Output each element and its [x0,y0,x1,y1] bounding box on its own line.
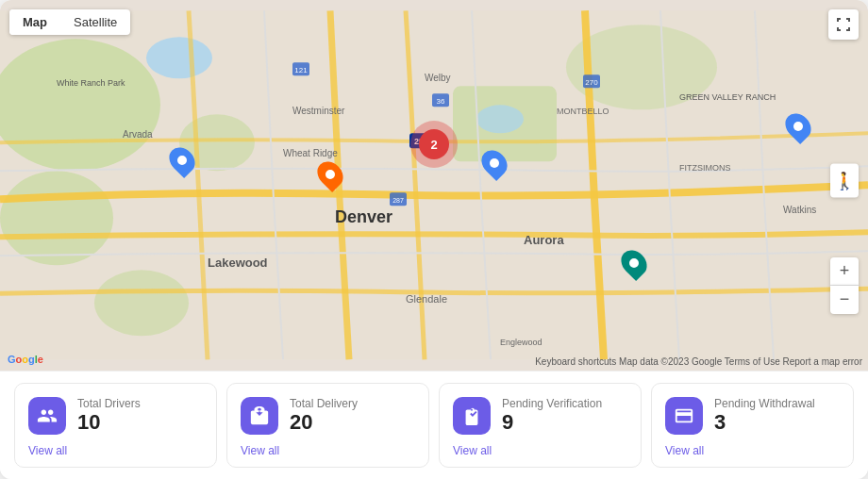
zoom-controls: + − [830,257,859,314]
svg-text:Aurora: Aurora [524,233,564,247]
stat-info-delivery: Total Delivery 20 [290,397,358,435]
map-marker-3[interactable] [319,160,342,189]
delivery-icon [249,405,270,426]
withdrawal-value: 3 [714,410,815,435]
svg-text:287: 287 [392,197,404,204]
svg-text:Welby: Welby [425,73,451,83]
map-attribution: Keyboard shortcuts Map data ©2023 Google… [535,356,862,367]
delivery-label: Total Delivery [290,397,358,410]
drivers-view-all[interactable]: View all [28,444,201,457]
map-marker-2[interactable] [483,149,506,177]
svg-text:270: 270 [585,78,598,87]
stat-info-withdrawal: Pending Withdrawal 3 [714,397,815,435]
fullscreen-button[interactable] [828,9,859,40]
stat-card-verification: Pending Verification 9 View all [439,383,642,468]
svg-text:Arvada: Arvada [123,129,153,140]
map-tab[interactable]: Map [9,9,60,35]
google-logo: Google [8,354,43,365]
stat-card-withdrawal: Pending Withdrawal 3 View all [651,383,854,468]
svg-text:Watkins: Watkins [783,205,816,215]
stats-row: Total Drivers 10 View all Total Delivery… [0,371,868,479]
verification-label: Pending Verification [502,397,602,410]
svg-text:White Ranch Park: White Ranch Park [57,78,125,88]
drivers-icon-bg [28,397,66,435]
stat-top-verification: Pending Verification 9 [453,397,626,435]
stat-top-drivers: Total Drivers 10 [28,397,201,435]
svg-point-3 [94,270,189,336]
drivers-value: 10 [77,410,141,435]
map-marker-4[interactable] [623,249,645,277]
delivery-view-all[interactable]: View all [241,444,413,457]
zoom-in-button[interactable]: + [830,257,859,286]
svg-text:MONTBELLO: MONTBELLO [557,107,609,116]
streetview-button[interactable]: 🚶 [830,164,859,198]
svg-text:36: 36 [437,97,445,106]
delivery-value: 20 [290,410,358,435]
verification-view-all[interactable]: View all [453,444,626,457]
map-marker-1[interactable] [171,146,193,174]
svg-text:Denver: Denver [335,207,392,226]
stat-card-delivery: Total Delivery 20 View all [226,383,429,468]
svg-text:GREEN VALLEY RANCH: GREEN VALLEY RANCH [679,92,776,102]
drivers-label: Total Drivers [77,397,141,410]
map-container: Denver Lakewood Aurora Glendale Arvada W… [0,0,868,371]
svg-text:Westminster: Westminster [292,106,345,116]
svg-text:Englewood: Englewood [500,338,542,347]
verification-icon-bg [453,397,491,435]
stat-card-drivers: Total Drivers 10 View all [14,383,217,468]
svg-point-8 [476,105,524,133]
map-toggle[interactable]: Map Satellite [9,9,130,35]
app-container: Denver Lakewood Aurora Glendale Arvada W… [0,0,868,479]
stat-info-verification: Pending Verification 9 [502,397,602,435]
stat-top-delivery: Total Delivery 20 [241,397,413,435]
svg-text:FITZSIMONS: FITZSIMONS [679,163,731,173]
svg-text:121: 121 [294,66,308,74]
svg-point-2 [0,171,113,265]
svg-text:Wheat Ridge: Wheat Ridge [283,148,338,158]
svg-text:Lakewood: Lakewood [208,256,268,270]
withdrawal-view-all[interactable]: View all [665,444,838,457]
svg-point-7 [146,37,212,78]
map-background: Denver Lakewood Aurora Glendale Arvada W… [0,0,868,371]
drivers-icon [37,405,58,426]
stat-info-drivers: Total Drivers 10 [77,397,141,435]
svg-text:Glendale: Glendale [406,293,447,305]
delivery-icon-bg [241,397,278,435]
map-marker-5[interactable] [787,112,810,140]
verification-icon [461,405,482,426]
satellite-tab[interactable]: Satellite [60,9,130,35]
withdrawal-label: Pending Withdrawal [714,397,815,410]
pulse-marker[interactable]: 2 [410,121,458,168]
stat-top-withdrawal: Pending Withdrawal 3 [665,397,838,435]
withdrawal-icon-bg [665,397,703,435]
withdrawal-icon [674,405,694,426]
zoom-out-button[interactable]: − [830,286,859,314]
verification-value: 9 [502,410,602,435]
